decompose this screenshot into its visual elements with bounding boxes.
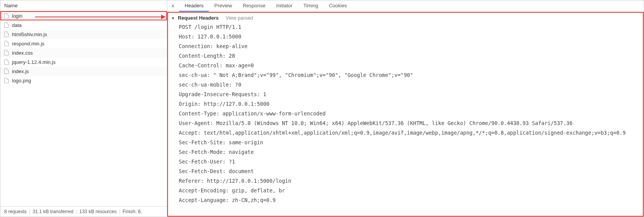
- file-icon: [4, 22, 9, 28]
- file-icon: [4, 59, 9, 65]
- request-row[interactable]: login: [0, 11, 167, 20]
- detail-panel: × HeadersPreviewResponseInitiatorTimingC…: [167, 0, 644, 217]
- file-icon: [4, 78, 9, 83]
- file-icon: [4, 13, 9, 18]
- header-line: Cache-Control: max-age=0: [179, 61, 640, 70]
- header-line: Accept: text/html,application/xhtml+xml,…: [179, 128, 640, 138]
- request-row[interactable]: html5shiv.min.js: [0, 30, 167, 39]
- tab-preview[interactable]: Preview: [209, 0, 237, 12]
- status-requests: 8 requests: [4, 209, 27, 214]
- header-line: Origin: http://127.0.0.1:5000: [179, 99, 640, 109]
- section-title: Request Headers: [178, 15, 219, 21]
- request-name: respond.min.js: [12, 41, 45, 47]
- header-line: Referer: http://127.0.0.1:5000/login: [179, 176, 640, 186]
- request-row[interactable]: jquery-1.12.4.min.js: [0, 57, 167, 67]
- request-name: logo.png: [12, 78, 31, 83]
- request-name: html5shiv.min.js: [12, 32, 47, 37]
- request-name: jquery-1.12.4.min.js: [12, 59, 55, 65]
- status-transferred: 31.1 kB transferred: [33, 209, 73, 214]
- detail-tabs: × HeadersPreviewResponseInitiatorTimingC…: [167, 0, 644, 12]
- request-headers-section[interactable]: ▼ Request Headers View parsed: [171, 15, 640, 22]
- header-line: Accept-Language: zh-CN,zh;q=0.9: [179, 195, 640, 205]
- request-row[interactable]: index.css: [0, 48, 167, 57]
- tab-initiator[interactable]: Initiator: [271, 0, 298, 12]
- view-parsed-link[interactable]: View parsed: [226, 15, 253, 21]
- request-row[interactable]: data: [0, 20, 167, 30]
- request-name: data: [12, 22, 22, 28]
- headers-content: ▼ Request Headers View parsed POST /logi…: [167, 12, 644, 217]
- raw-headers: POST /login HTTP/1.1Host: 127.0.0.1:5000…: [171, 22, 640, 205]
- header-line: Sec-Fetch-Dest: document: [179, 167, 640, 176]
- request-list: logindatahtml5shiv.min.jsrespond.min.jsi…: [0, 11, 167, 206]
- file-icon: [4, 50, 9, 55]
- status-resources: 133 kB resources: [79, 209, 116, 214]
- request-row[interactable]: index.js: [0, 67, 167, 76]
- request-name: login: [12, 13, 22, 19]
- file-icon: [4, 41, 9, 46]
- tab-timing[interactable]: Timing: [298, 0, 324, 12]
- annotation-arrow: [35, 17, 162, 17]
- header-line: Connection: keep-alive: [179, 42, 640, 51]
- header-line: POST /login HTTP/1.1: [179, 22, 640, 32]
- status-finish: Finish: 6.: [123, 209, 142, 214]
- close-icon[interactable]: ×: [170, 3, 178, 10]
- network-status-bar: 8 requests | 31.1 kB transferred | 133 k…: [0, 206, 167, 217]
- tab-response[interactable]: Response: [238, 0, 271, 12]
- tab-headers[interactable]: Headers: [179, 0, 209, 12]
- request-row[interactable]: respond.min.js: [0, 39, 167, 48]
- file-icon: [4, 32, 9, 37]
- header-line: sec-ch-ua: " Not A;Brand";v="99", "Chrom…: [179, 70, 640, 80]
- request-name: index.css: [12, 50, 33, 56]
- header-line: Sec-Fetch-Site: same-origin: [179, 138, 640, 147]
- header-line: User-Agent: Mozilla/5.0 (Windows NT 10.0…: [179, 119, 640, 128]
- header-line: Accept-Encoding: gzip, deflate, br: [179, 186, 640, 195]
- tab-cookies[interactable]: Cookies: [323, 0, 352, 12]
- header-line: Upgrade-Insecure-Requests: 1: [179, 90, 640, 99]
- header-line: Sec-Fetch-Mode: navigate: [179, 147, 640, 157]
- header-line: Content-Type: application/x-www-form-url…: [179, 109, 640, 119]
- header-line: Host: 127.0.0.1:5000: [179, 32, 640, 42]
- request-row[interactable]: logo.png: [0, 76, 167, 85]
- file-icon: [4, 68, 9, 74]
- header-line: sec-ch-ua-mobile: ?0: [179, 80, 640, 90]
- name-column-header[interactable]: Name: [0, 0, 167, 11]
- network-request-panel: Name logindatahtml5shiv.min.jsrespond.mi…: [0, 0, 167, 217]
- header-line: Content-Length: 28: [179, 51, 640, 61]
- header-line: Sec-Fetch-User: ?1: [179, 157, 640, 167]
- disclosure-triangle-icon[interactable]: ▼: [171, 16, 175, 20]
- request-name: index.js: [12, 68, 29, 74]
